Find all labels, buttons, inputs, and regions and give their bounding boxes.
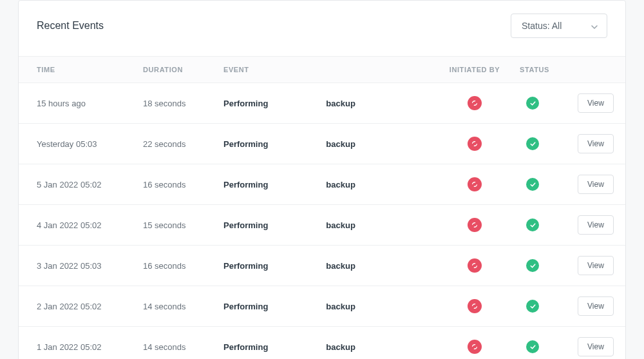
cell-event: Performingbackup — [223, 139, 430, 149]
cell-duration: 22 seconds — [143, 139, 223, 149]
cell-status — [520, 137, 578, 150]
cell-initiated-by — [430, 177, 520, 191]
table-row: 4 Jan 2022 05:0215 secondsPerformingback… — [19, 205, 625, 246]
check-circle-icon — [526, 300, 539, 313]
cell-initiated-by — [430, 340, 520, 354]
cell-time: 3 Jan 2022 05:03 — [37, 261, 143, 271]
cell-status — [520, 300, 578, 313]
event-suffix: backup — [326, 261, 355, 271]
recent-events-card: Recent Events Status: All TIME DURATION … — [18, 0, 626, 359]
cell-time: 4 Jan 2022 05:02 — [37, 220, 143, 230]
initiator-icon — [468, 218, 482, 232]
cell-action: View — [578, 256, 614, 275]
table-row: 5 Jan 2022 05:0216 secondsPerformingback… — [19, 164, 625, 205]
table-row: 15 hours ago18 secondsPerformingbackupVi… — [19, 83, 625, 124]
cell-status — [520, 218, 578, 231]
view-button[interactable]: View — [578, 134, 614, 153]
card-header: Recent Events Status: All — [19, 1, 625, 56]
cell-event: Performingbackup — [223, 99, 430, 108]
col-status: STATUS — [520, 66, 578, 73]
view-button[interactable]: View — [578, 256, 614, 275]
cell-time: 15 hours ago — [37, 99, 143, 108]
cell-duration: 16 seconds — [143, 261, 223, 271]
cell-initiated-by — [430, 258, 520, 273]
cell-duration: 14 seconds — [143, 342, 223, 352]
cell-duration: 14 seconds — [143, 302, 223, 311]
view-button[interactable]: View — [578, 215, 614, 235]
initiator-icon — [468, 299, 482, 313]
table-row: 2 Jan 2022 05:0214 secondsPerformingback… — [19, 286, 625, 327]
col-time: TIME — [37, 66, 143, 73]
cell-status — [520, 259, 578, 272]
initiator-icon — [468, 258, 482, 273]
col-duration: DURATION — [143, 66, 223, 73]
cell-event: Performingbackup — [223, 302, 430, 311]
table-body: 15 hours ago18 secondsPerformingbackupVi… — [19, 83, 625, 359]
cell-status — [520, 97, 578, 110]
cell-time: 2 Jan 2022 05:02 — [37, 302, 143, 311]
initiator-icon — [468, 96, 482, 110]
cell-status — [520, 340, 578, 353]
event-prefix: Performing — [223, 99, 268, 108]
event-prefix: Performing — [223, 180, 268, 189]
initiator-icon — [468, 137, 482, 151]
card-title: Recent Events — [37, 20, 104, 32]
cell-duration: 18 seconds — [143, 99, 223, 108]
cell-event: Performingbackup — [223, 180, 430, 189]
event-suffix: backup — [326, 302, 355, 311]
cell-status — [520, 178, 578, 191]
check-circle-icon — [526, 259, 539, 272]
status-filter-select[interactable]: Status: All — [511, 14, 607, 38]
event-suffix: backup — [326, 99, 355, 108]
table-row: 1 Jan 2022 05:0214 secondsPerformingback… — [19, 327, 625, 359]
event-suffix: backup — [326, 342, 355, 352]
cell-time: 5 Jan 2022 05:02 — [37, 180, 143, 189]
check-circle-icon — [526, 218, 539, 231]
status-filter-label: Status: All — [522, 21, 562, 31]
event-prefix: Performing — [223, 342, 268, 352]
cell-action: View — [578, 337, 614, 356]
check-circle-icon — [526, 97, 539, 110]
initiator-icon — [468, 177, 482, 191]
cell-action: View — [578, 93, 614, 113]
cell-time: 1 Jan 2022 05:02 — [37, 342, 143, 352]
check-circle-icon — [526, 178, 539, 191]
event-prefix: Performing — [223, 220, 268, 230]
event-prefix: Performing — [223, 139, 268, 149]
table-row: 3 Jan 2022 05:0316 secondsPerformingback… — [19, 246, 625, 286]
event-suffix: backup — [326, 180, 355, 189]
col-initiated-by: INITIATED BY — [430, 66, 520, 73]
cell-event: Performingbackup — [223, 220, 430, 230]
cell-action: View — [578, 215, 614, 235]
view-button[interactable]: View — [578, 337, 614, 356]
col-event: EVENT — [223, 66, 430, 73]
cell-action: View — [578, 175, 614, 194]
cell-initiated-by — [430, 137, 520, 151]
event-suffix: backup — [326, 139, 355, 149]
cell-duration: 16 seconds — [143, 180, 223, 189]
cell-action: View — [578, 296, 614, 316]
event-suffix: backup — [326, 220, 355, 230]
table-row: Yesterday 05:0322 secondsPerformingbacku… — [19, 124, 625, 164]
cell-initiated-by — [430, 299, 520, 313]
view-button[interactable]: View — [578, 175, 614, 194]
event-prefix: Performing — [223, 261, 268, 271]
chevron-down-icon — [591, 21, 598, 31]
check-circle-icon — [526, 137, 539, 150]
view-button[interactable]: View — [578, 93, 614, 113]
cell-event: Performingbackup — [223, 261, 430, 271]
table-header-row: TIME DURATION EVENT INITIATED BY STATUS — [19, 56, 625, 83]
cell-initiated-by — [430, 96, 520, 110]
event-prefix: Performing — [223, 302, 268, 311]
cell-event: Performingbackup — [223, 342, 430, 352]
cell-duration: 15 seconds — [143, 220, 223, 230]
initiator-icon — [468, 340, 482, 354]
view-button[interactable]: View — [578, 296, 614, 316]
check-circle-icon — [526, 340, 539, 353]
cell-initiated-by — [430, 218, 520, 232]
cell-time: Yesterday 05:03 — [37, 139, 143, 149]
cell-action: View — [578, 134, 614, 153]
